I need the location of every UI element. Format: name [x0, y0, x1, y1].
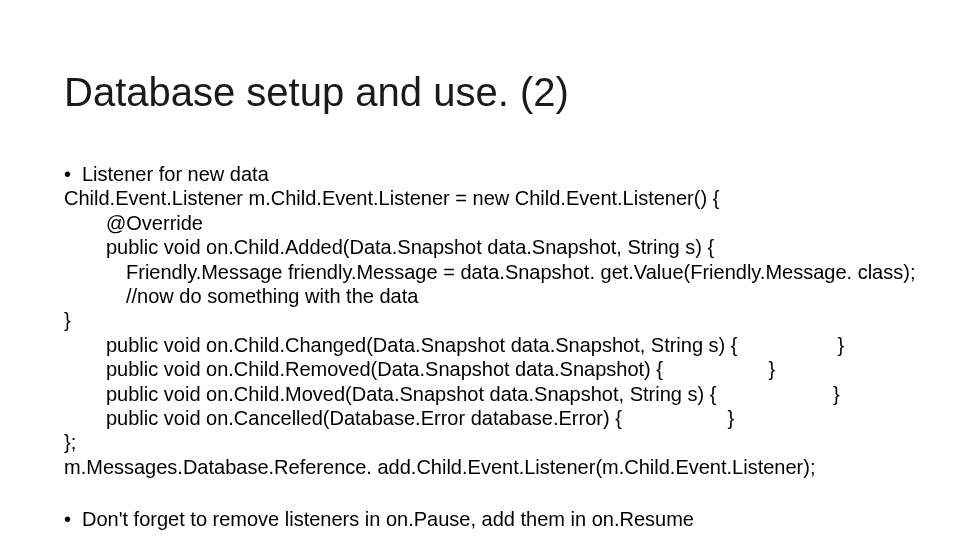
code-line-1: Child.Event.Listener m.Child.Event.Liste…: [64, 186, 896, 210]
slide-body: Listener for new data Child.Event.Listen…: [64, 162, 896, 531]
code-line-12: m.Messages.Database.Reference. add.Child…: [64, 455, 896, 479]
bullet-listener: Listener for new data: [64, 162, 896, 186]
code-line-8: public void on.Child.Removed(Data.Snapsh…: [64, 357, 896, 381]
code-line-10: public void on.Cancelled(Database.Error …: [64, 406, 896, 430]
slide: Database setup and use. (2) Listener for…: [0, 0, 960, 540]
slide-title: Database setup and use. (2): [64, 70, 896, 114]
code-line-4: Friendly.Message friendly.Message = data…: [64, 260, 896, 284]
code-line-11: };: [64, 430, 896, 454]
spacer: [64, 479, 896, 507]
code-line-6: }: [64, 308, 896, 332]
code-line-2: @Override: [64, 211, 896, 235]
code-line-5: //now do something with the data: [64, 284, 896, 308]
code-line-3: public void on.Child.Added(Data.Snapshot…: [64, 235, 896, 259]
code-line-7: public void on.Child.Changed(Data.Snapsh…: [64, 333, 896, 357]
code-line-9: public void on.Child.Moved(Data.Snapshot…: [64, 382, 896, 406]
bullet-remove-listeners: Don't forget to remove listeners in on.P…: [64, 507, 896, 531]
